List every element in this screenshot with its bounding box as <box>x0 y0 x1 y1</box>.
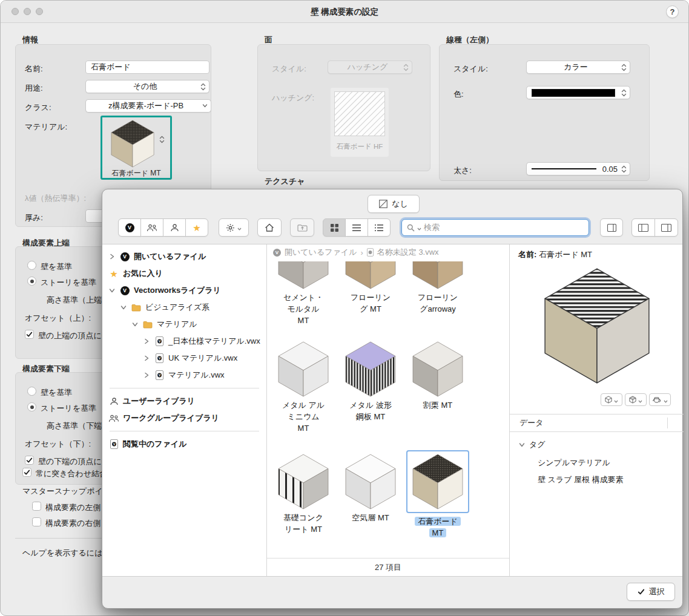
search-field[interactable]: 検索 <box>401 219 589 236</box>
popup-stepper-icon <box>402 64 409 71</box>
story-ref-radio-bottom[interactable] <box>27 402 36 411</box>
material-item[interactable]: フローリング MT <box>339 261 402 315</box>
story-ref-radio-top[interactable] <box>27 277 36 286</box>
preview-mode-cube-button[interactable] <box>601 393 622 406</box>
disclosure-down-icon[interactable] <box>518 442 526 448</box>
vectorworks-libraries-button[interactable]: V <box>118 218 141 237</box>
user-library-button[interactable] <box>163 218 186 237</box>
search-icon <box>407 224 415 232</box>
sidebar-item[interactable]: ★お気に入り <box>102 265 266 282</box>
height-ref-label-top: 高さ基準（上端 <box>47 295 102 306</box>
breadcrumb-file[interactable]: 名称未設定 3.vwx <box>377 247 439 258</box>
hatch-preview[interactable]: 石膏ボード HF <box>331 88 389 157</box>
item-count-status: 27 項目 <box>267 558 509 576</box>
component-right-label: 構成要素の右側 <box>45 518 101 529</box>
sidebar-item[interactable]: Vマテリアル.vwx <box>102 367 266 384</box>
breadcrumb-root[interactable]: 開いているファイル <box>285 247 357 258</box>
wall-ref-radio-top[interactable] <box>27 261 36 270</box>
material-item[interactable]: フローリングarroway <box>406 261 469 315</box>
chevron-down-icon <box>638 395 642 405</box>
vectorworks-logo-icon: V <box>273 249 281 257</box>
disclosure-down-icon[interactable] <box>120 304 127 310</box>
sidebar-item[interactable]: VVectorworksライブラリ <box>102 282 266 299</box>
material-item[interactable]: 石膏ボードMT <box>406 450 469 539</box>
preview-mode-teapot-button[interactable] <box>649 393 671 406</box>
disclosure-right-icon[interactable] <box>143 355 150 361</box>
material-item[interactable]: 基礎コンクリート MT <box>272 450 335 535</box>
list-view-icon <box>352 224 361 231</box>
disclosure-right-icon[interactable] <box>143 372 150 378</box>
sidebar-item[interactable]: ユーザーライブラリ <box>102 393 266 410</box>
app-root: 壁 構成要素の設定 ? 情報 名前: 石膏ボード 用途: その他 クラス: z構… <box>0 0 689 616</box>
material-item[interactable]: 空気層 MT <box>339 450 402 523</box>
disclosure-down-icon[interactable] <box>108 287 116 293</box>
detail-name-value: 石膏ボード MT <box>539 250 592 259</box>
tag-group-row[interactable]: タグ <box>518 439 546 450</box>
sidebar-separator <box>110 388 259 388</box>
wall-ref-radio-bottom[interactable] <box>27 387 36 396</box>
help-button[interactable]: ? <box>666 5 679 18</box>
sidebar-separator <box>110 431 259 431</box>
hatch-pattern-image <box>334 91 385 136</box>
file-icon: V <box>154 353 165 363</box>
folder-icon <box>131 304 142 312</box>
sidebar-item[interactable]: V開いているファイル <box>102 248 266 265</box>
home-button[interactable] <box>257 218 282 237</box>
butt-join-checkbox[interactable] <box>22 468 31 477</box>
single-pane-button[interactable] <box>631 218 655 237</box>
sidebar-item[interactable]: ビジュアライズ系 <box>102 299 266 316</box>
use-value: その他 <box>91 81 199 92</box>
detail-view-button[interactable] <box>368 218 391 237</box>
material-item[interactable]: メタル 波形鋼板 MT <box>339 341 402 422</box>
align-bottom-checkbox[interactable] <box>25 456 34 465</box>
sidebar-item[interactable]: マテリアル <box>102 316 266 333</box>
weight-popup[interactable]: 0.05 <box>526 162 630 175</box>
tag-item[interactable]: シンプルマテリアル <box>538 457 610 468</box>
workgroup-libraries-button[interactable] <box>140 218 163 237</box>
breadcrumb-separator-icon: › <box>360 248 363 257</box>
sidebar-item-label: マテリアル.vwx <box>168 370 225 381</box>
color-popup[interactable] <box>526 86 630 99</box>
name-field[interactable]: 石膏ボード <box>85 61 209 74</box>
cube-icon <box>605 396 612 404</box>
preview-pane-toggle-button[interactable] <box>600 218 623 237</box>
use-popup[interactable]: その他 <box>85 80 209 93</box>
material-label: マテリアル: <box>25 122 67 133</box>
class-popup[interactable]: z構成要素-ボード-PB <box>85 99 211 113</box>
disclosure-right-icon[interactable] <box>143 338 150 344</box>
breadcrumb[interactable]: V 開いているファイル › 名称未設定 3.vwx <box>267 244 509 260</box>
home-icon <box>265 223 274 232</box>
material-item[interactable]: セメント・モルタルMT <box>272 261 335 326</box>
linetype-style-popup[interactable]: カラー <box>526 61 630 74</box>
sidebar-item[interactable]: V_日本仕様マテリアル.vwx <box>102 333 266 350</box>
favorites-button[interactable]: ★ <box>185 218 208 237</box>
surface-style-popup[interactable]: ハッチング <box>328 61 412 74</box>
material-stepper-icon[interactable] <box>158 136 165 143</box>
material-item[interactable]: 割栗 MT <box>406 341 469 411</box>
component-left-checkbox[interactable] <box>32 502 41 511</box>
file-icon <box>367 248 374 257</box>
align-top-checkbox[interactable] <box>25 330 34 339</box>
none-button[interactable]: なし <box>368 195 420 213</box>
settings-button[interactable] <box>219 218 249 237</box>
sidebar-item[interactable]: ワークグループライブラリ <box>102 410 266 427</box>
list-view-button[interactable] <box>345 218 368 237</box>
wall-ref-label-top: 壁を基準 <box>41 261 72 272</box>
material-highlight-box: 石膏ボード MT <box>101 116 172 180</box>
double-pane-button[interactable] <box>654 218 678 237</box>
select-button[interactable]: 選択 <box>627 583 675 601</box>
preview-mode-object-button[interactable] <box>625 393 647 406</box>
sidebar-item[interactable]: VUK マテリアル.vwx <box>102 350 266 367</box>
detail-pane: 名前: 石膏ボード MT データ タグ シンプルマテリアル 壁 スラブ 屋根 構… <box>509 244 684 576</box>
disclosure-down-icon[interactable] <box>131 321 139 327</box>
sidebar-item[interactable]: V閲覧中のファイル <box>102 436 266 453</box>
tag-item[interactable]: 壁 スラブ 屋根 構成要素 <box>538 474 624 485</box>
butt-join-label: 常に突き合わせ結合 <box>36 468 107 479</box>
grid-view-button[interactable] <box>323 218 346 237</box>
material-item[interactable]: メタル アルミニウムMT <box>272 341 335 434</box>
folder-up-button[interactable] <box>290 218 314 237</box>
detail-name-row: 名前: 石膏ボード MT <box>518 249 592 260</box>
material-thumbnail[interactable] <box>111 120 154 170</box>
disclosure-right-icon[interactable] <box>108 254 116 260</box>
component-right-checkbox[interactable] <box>32 517 41 526</box>
